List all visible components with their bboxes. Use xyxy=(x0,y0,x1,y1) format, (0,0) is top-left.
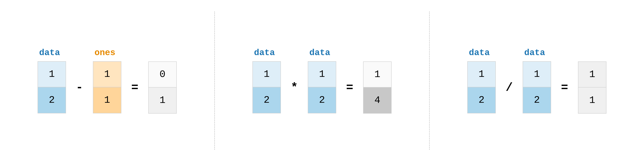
divide-operator: / xyxy=(506,81,513,94)
array-cell: 1 xyxy=(93,87,121,113)
array-cell: 1 xyxy=(364,62,391,88)
array-cell: 1 xyxy=(38,62,66,87)
panel-division: data 1 2 / data 1 2 = 1 1 xyxy=(430,48,644,114)
equals-operator: = xyxy=(346,81,353,94)
array-cell: 4 xyxy=(364,88,391,113)
array-cell: 1 xyxy=(578,88,606,113)
array-box: 1 2 xyxy=(467,61,496,114)
operand-data: data 1 2 xyxy=(523,48,551,114)
operand-data: data 1 2 xyxy=(467,48,496,114)
panel-multiplication: data 1 2 * data 1 2 = 1 4 xyxy=(215,48,429,114)
array-box: 1 1 xyxy=(578,62,606,114)
array-box: 1 2 xyxy=(252,61,281,114)
array-cell: 2 xyxy=(308,87,336,113)
array-label: data xyxy=(308,48,330,58)
array-cell: 0 xyxy=(149,62,176,88)
array-box: 1 4 xyxy=(363,62,392,114)
equals-operator: = xyxy=(561,81,568,94)
array-box: 1 2 xyxy=(308,61,336,114)
result-array: 1 4 xyxy=(363,48,392,114)
array-cell: 2 xyxy=(38,87,66,113)
array-cell: 1 xyxy=(253,62,280,87)
array-box: 1 2 xyxy=(523,61,551,114)
operand-data: data 1 2 xyxy=(308,48,336,114)
array-label: data xyxy=(523,48,545,58)
array-cell: 2 xyxy=(523,87,551,113)
array-label: ones xyxy=(93,48,116,58)
array-cell: 1 xyxy=(93,62,121,87)
array-label: data xyxy=(467,48,490,58)
result-array: 0 1 xyxy=(148,48,177,114)
array-label: data xyxy=(252,48,275,58)
array-cell: 1 xyxy=(523,62,551,87)
operand-data: data 1 2 xyxy=(252,48,281,114)
array-cell: 1 xyxy=(468,62,495,87)
array-box: 1 1 xyxy=(93,61,121,114)
operand-data: data 1 2 xyxy=(38,48,66,114)
array-box: 1 2 xyxy=(38,61,66,114)
array-label: data xyxy=(38,48,60,58)
result-array: 1 1 xyxy=(578,48,606,114)
operand-ones: ones 1 1 xyxy=(93,48,121,114)
equals-operator: = xyxy=(131,81,138,94)
array-cell: 1 xyxy=(578,62,606,88)
array-cell: 1 xyxy=(308,62,336,87)
array-box: 0 1 xyxy=(148,62,177,114)
multiply-operator: * xyxy=(291,81,298,94)
minus-operator: - xyxy=(76,81,83,94)
array-cell: 1 xyxy=(149,88,176,113)
array-cell: 2 xyxy=(253,87,280,113)
array-cell: 2 xyxy=(468,87,495,113)
panel-subtraction: data 1 2 - ones 1 1 = 0 1 xyxy=(0,48,214,114)
